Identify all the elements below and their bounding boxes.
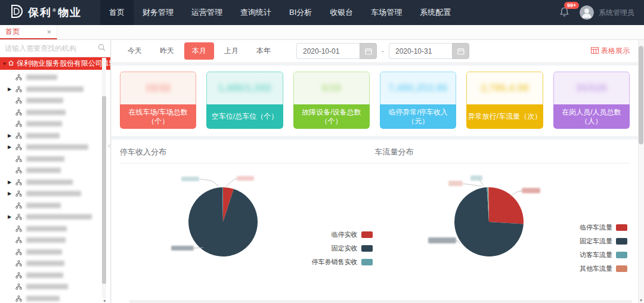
search-icon[interactable] <box>98 43 106 54</box>
bell-icon <box>560 8 569 18</box>
legend-item-1-3[interactable]: 其他车流量 <box>580 264 627 273</box>
legend-label: 停车券销售实收 <box>312 258 358 267</box>
org-tree-root[interactable]: ▾ 保利物业服务股份有限公司(15/3 <box>0 57 110 70</box>
menu-item-1[interactable]: 财务管理 <box>134 0 182 25</box>
caret-right-icon[interactable]: ▶ <box>8 180 11 185</box>
legend-label: 临停车流量 <box>580 223 612 232</box>
scrollbar-down-arrow[interactable]: ▼ <box>103 299 107 303</box>
scrollbar-down-arrow[interactable]: ▼ <box>639 298 643 302</box>
caret-right-icon[interactable]: ▶ <box>8 144 11 150</box>
legend-swatch <box>361 245 373 252</box>
quick-filter-2[interactable]: 本月 <box>184 42 214 60</box>
card-value-blurred: 35/528 <box>576 83 607 94</box>
org-tree-item-6[interactable]: ▶ <box>0 141 110 153</box>
menu-item-2[interactable]: 运营管理 <box>182 0 231 25</box>
org-tree-item-8[interactable] <box>0 165 110 177</box>
main-scrollbar[interactable] <box>638 40 644 303</box>
org-label-blurred <box>26 226 67 231</box>
org-icon <box>16 283 22 290</box>
org-tree-item-11[interactable] <box>0 200 110 212</box>
legend-label: 临停实收 <box>332 230 358 239</box>
user-avatar[interactable] <box>580 5 594 20</box>
org-tree-item-10[interactable]: ▶ <box>0 188 110 200</box>
org-label-blurred <box>26 191 81 196</box>
org-tree-item-12[interactable]: ▶ <box>0 211 110 223</box>
org-icon <box>16 156 22 162</box>
org-icon <box>16 167 22 174</box>
org-tree-item-13[interactable] <box>0 223 110 235</box>
org-label-blurred <box>26 237 66 243</box>
org-search-input[interactable] <box>5 44 98 52</box>
menu-item-6[interactable]: 车场管理 <box>362 0 411 25</box>
menu-item-3[interactable]: 查询统计 <box>231 0 280 25</box>
card-label: 空车位/总车位（个） <box>212 112 278 121</box>
brand-logo[interactable]: 保利®物业 <box>0 4 100 21</box>
org-tree-item-5[interactable]: ▶ <box>0 130 110 142</box>
menu-item-7[interactable]: 系统配置 <box>411 0 460 25</box>
org-tree-item-14[interactable] <box>0 234 110 246</box>
org-tree-item-4[interactable] <box>0 118 110 130</box>
calendar-icon[interactable] <box>452 43 469 59</box>
legend-item-0-0[interactable]: 临停实收 <box>312 230 373 239</box>
legend-traffic-flow: 临停车流量固定车流量访客车流量其他车流量 <box>580 223 627 278</box>
legend-item-1-1[interactable]: 固定车流量 <box>580 237 627 246</box>
org-tree-item-18[interactable] <box>0 281 110 293</box>
legend-parking-income: 临停实收固定实收停车券销售实收 <box>312 230 373 271</box>
tab-label: 首页 <box>5 27 20 37</box>
quick-filter-1[interactable]: 昨天 <box>152 42 182 60</box>
caret-right-icon[interactable]: ▶ <box>8 191 11 196</box>
chart-titles: 停车收入分布 车流量分布 <box>120 147 630 163</box>
tab-close-icon[interactable]: × <box>47 28 51 36</box>
org-label-blurred <box>26 203 61 208</box>
org-tree-item-19[interactable] <box>0 293 110 303</box>
stat-card-1: 1,486/1,592空车位/总车位（个） <box>206 72 283 129</box>
stat-card-0: 15/32在线车场/车场总数（个） <box>120 72 196 129</box>
org-label-blurred <box>26 86 83 92</box>
org-tree-item-17[interactable] <box>0 270 110 282</box>
charts-row: 临停实收固定实收停车券销售实收 临停车流量固定车流量访客车流量其他车流量 <box>120 163 630 303</box>
horizontal-scrollbar[interactable] <box>129 300 632 303</box>
org-tree-item-3[interactable] <box>0 107 110 119</box>
quick-filter-0[interactable]: 今天 <box>120 42 150 60</box>
date-from-input[interactable] <box>296 43 360 59</box>
legend-item-1-0[interactable]: 临停车流量 <box>580 223 627 232</box>
legend-label: 其他车流量 <box>580 264 612 273</box>
stat-card-4: 2,786,4.98异常放行/车流量（次） <box>466 72 543 129</box>
calendar-icon[interactable] <box>360 43 377 59</box>
card-value-blurred: 1,486/1,592 <box>218 83 271 94</box>
org-tree-item-7[interactable] <box>0 153 110 165</box>
legend-label: 固定车流量 <box>580 237 612 246</box>
org-tree-item-1[interactable]: ▶ <box>0 84 110 95</box>
caret-right-icon[interactable]: ▶ <box>8 214 11 219</box>
legend-item-1-2[interactable]: 访客车流量 <box>580 251 627 259</box>
sidebar-scrollbar[interactable] <box>102 58 106 298</box>
caret-right-icon[interactable]: ▶ <box>8 133 11 138</box>
date-to-input[interactable] <box>389 43 452 59</box>
org-tree-item-16[interactable] <box>0 258 110 270</box>
chart-title-parking-income: 停车收入分布 <box>120 147 375 157</box>
org-label-blurred <box>26 180 73 185</box>
caret-right-icon[interactable]: ▶ <box>8 86 11 92</box>
sidebar-collapse-icon[interactable]: ‹ <box>108 141 110 150</box>
org-tree-item-15[interactable] <box>0 246 110 258</box>
user-name[interactable]: 系统管理员 <box>599 8 634 18</box>
table-icon <box>591 47 599 55</box>
menu-item-4[interactable]: BI分析 <box>280 0 321 25</box>
org-icon <box>16 179 22 185</box>
org-tree-item-0[interactable] <box>0 72 110 84</box>
quick-filter-3[interactable]: 上月 <box>216 42 246 60</box>
stat-card-2: 6/28故障设备/设备总数（个） <box>293 72 370 129</box>
org-icon <box>16 214 22 220</box>
poly-d-logo-icon <box>8 4 24 21</box>
legend-item-0-2[interactable]: 停车券销售实收 <box>312 258 373 267</box>
org-tree-item-9[interactable]: ▶ <box>0 177 110 188</box>
tab-home[interactable]: 首页 × <box>0 25 57 39</box>
legend-item-0-1[interactable]: 固定实收 <box>312 244 373 253</box>
menu-item-5[interactable]: 收银台 <box>321 0 362 25</box>
menu-item-0[interactable]: 首页 <box>100 0 134 25</box>
table-view-link[interactable]: 表格展示 <box>591 46 630 56</box>
org-tree-item-2[interactable] <box>0 95 110 107</box>
notification-bell[interactable]: 99+ <box>560 7 569 19</box>
quick-filter-4[interactable]: 本年 <box>249 42 278 60</box>
caret-down-icon[interactable]: ▾ <box>3 60 6 67</box>
